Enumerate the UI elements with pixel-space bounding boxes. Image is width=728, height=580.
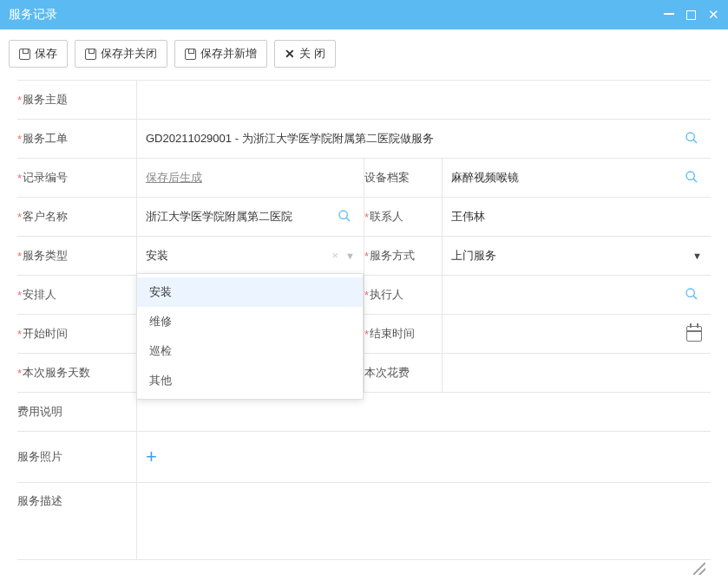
form: 服务主题 服务工单 记录编号 保存后生成 设备档案	[17, 80, 711, 560]
service-type-dropdown: 安装 维修 巡检 其他	[136, 273, 364, 400]
save-new-button[interactable]: 保存并新增	[174, 40, 267, 68]
save-icon	[85, 49, 96, 60]
label-desc: 服务描述	[17, 483, 137, 559]
cost-input[interactable]	[451, 367, 702, 380]
save-new-button-label: 保存并新增	[200, 46, 257, 62]
customer-input[interactable]	[146, 211, 334, 224]
label-photo: 服务照片	[17, 432, 137, 482]
search-icon[interactable]	[681, 170, 702, 186]
label-order: 服务工单	[17, 120, 137, 158]
fee-desc-input[interactable]	[146, 406, 702, 419]
option-inspect[interactable]: 巡检	[137, 336, 363, 366]
close-window-icon[interactable]: ✕	[708, 7, 719, 23]
search-icon[interactable]	[681, 131, 702, 147]
svg-line-1	[693, 140, 697, 143]
search-icon[interactable]	[681, 287, 702, 303]
label-start-time: 开始时间	[17, 315, 137, 353]
label-contact: 联系人	[364, 198, 443, 236]
subject-input[interactable]	[146, 94, 702, 107]
option-repair[interactable]: 维修	[137, 307, 363, 336]
save-button[interactable]: 保存	[9, 40, 68, 68]
svg-line-3	[693, 179, 697, 182]
label-end-time: 结束时间	[364, 315, 443, 353]
minimize-icon[interactable]	[664, 13, 674, 16]
service-type-select[interactable]: × ▼ 安装 维修 巡检 其他	[137, 237, 364, 276]
calendar-icon[interactable]	[686, 326, 702, 342]
label-service-type: 服务类型	[17, 237, 137, 275]
save-icon	[19, 49, 30, 60]
add-photo-button[interactable]: +	[146, 446, 157, 468]
close-button[interactable]: ✕ 关 闭	[274, 40, 336, 68]
label-arranger: 安排人	[17, 276, 137, 314]
desc-textarea[interactable]	[146, 493, 702, 554]
save-icon	[185, 49, 196, 60]
window-controls: ✕	[664, 7, 719, 23]
record-no-value: 保存后生成	[146, 170, 202, 186]
order-input[interactable]	[146, 133, 681, 146]
label-days: 本次服务天数	[17, 354, 137, 392]
service-type-input[interactable]	[146, 249, 332, 262]
svg-point-0	[686, 133, 694, 140]
svg-line-7	[693, 296, 697, 299]
save-close-button[interactable]: 保存并关闭	[75, 40, 167, 68]
chevron-down-icon[interactable]: ▼	[692, 251, 702, 261]
save-close-button-label: 保存并关闭	[101, 46, 157, 62]
label-executor: 执行人	[364, 276, 443, 314]
close-icon: ✕	[285, 47, 295, 61]
label-cost: 本次花费	[364, 354, 443, 392]
maximize-icon[interactable]	[686, 10, 696, 20]
svg-point-6	[686, 289, 694, 297]
chevron-down-icon[interactable]: ▼	[345, 251, 355, 261]
clear-icon[interactable]: ×	[332, 249, 339, 262]
titlebar: 服务记录 ✕	[0, 0, 728, 29]
service-mode-input[interactable]	[451, 250, 692, 263]
label-fee-desc: 费用说明	[17, 393, 137, 431]
contact-input[interactable]	[451, 211, 702, 224]
resize-grip-icon[interactable]	[693, 563, 705, 575]
toolbar: 保存 保存并关闭 保存并新增 ✕ 关 闭	[0, 29, 728, 80]
label-record-no: 记录编号	[17, 159, 137, 197]
svg-point-2	[686, 172, 694, 179]
svg-line-5	[346, 218, 350, 221]
device-input[interactable]	[451, 172, 681, 185]
end-time-input[interactable]	[451, 328, 686, 341]
executor-input[interactable]	[451, 289, 681, 302]
save-button-label: 保存	[35, 46, 57, 62]
svg-point-4	[339, 211, 347, 218]
label-device: 设备档案	[364, 159, 443, 197]
window-title: 服务记录	[9, 7, 57, 23]
close-button-label: 关 闭	[299, 46, 325, 62]
option-install[interactable]: 安装	[137, 277, 363, 307]
service-mode-select[interactable]: ▼	[443, 237, 711, 275]
label-service-mode: 服务方式	[364, 237, 443, 275]
search-icon[interactable]	[334, 209, 355, 225]
label-subject: 服务主题	[17, 81, 137, 119]
label-customer: 客户名称	[17, 198, 137, 236]
option-other[interactable]: 其他	[137, 366, 363, 395]
